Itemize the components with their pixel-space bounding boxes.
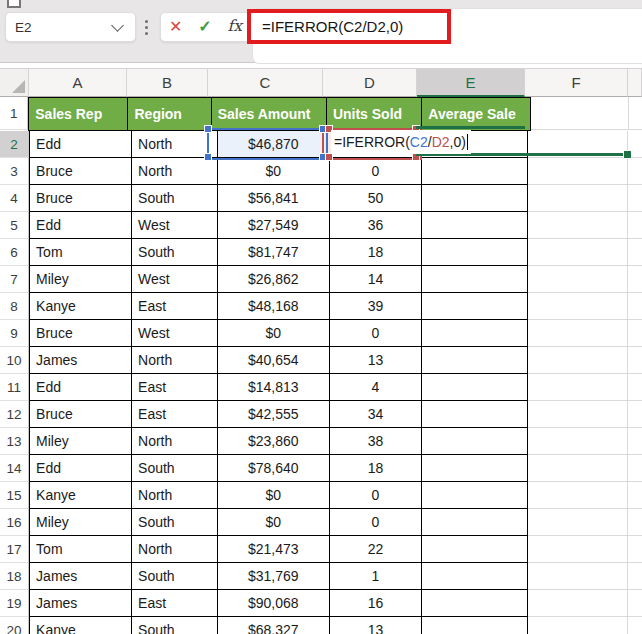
cell-e11[interactable] xyxy=(422,374,528,401)
cell-d19[interactable]: 16 xyxy=(330,590,422,617)
cell-b4[interactable]: South xyxy=(132,185,217,212)
cell-a4[interactable]: Bruce xyxy=(29,185,132,212)
cell-c5[interactable]: $27,549 xyxy=(218,212,330,239)
cancel-icon[interactable]: ✕ xyxy=(169,19,182,35)
cell-a17[interactable]: Tom xyxy=(29,536,132,563)
cell-d4[interactable]: 50 xyxy=(330,185,422,212)
cell-b12[interactable]: East xyxy=(132,401,217,428)
cell-a9[interactable]: Bruce xyxy=(29,320,132,347)
row-header-4[interactable]: 4 xyxy=(0,185,29,212)
cell-d17[interactable]: 22 xyxy=(330,536,422,563)
cell-c13[interactable]: $23,860 xyxy=(218,428,330,455)
name-box[interactable]: E2 xyxy=(5,12,136,42)
header-cell-units-sold[interactable]: Units Sold xyxy=(327,97,422,131)
row-header-6[interactable]: 6 xyxy=(0,239,29,266)
cell-d15[interactable]: 0 xyxy=(330,482,422,509)
cell-d7[interactable]: 14 xyxy=(330,266,422,293)
cell-f15[interactable] xyxy=(528,482,629,509)
cell-f19[interactable] xyxy=(528,590,629,617)
cell-e20[interactable] xyxy=(422,617,528,634)
cell-e10[interactable] xyxy=(422,347,528,374)
cell-c10[interactable]: $40,654 xyxy=(218,347,330,374)
cell-e8[interactable] xyxy=(422,293,528,320)
chevron-down-icon[interactable] xyxy=(111,19,124,32)
cell-a19[interactable]: James xyxy=(29,590,132,617)
row-header-20[interactable]: 20 xyxy=(0,617,29,634)
cell-f3[interactable] xyxy=(528,158,629,185)
cell-a18[interactable]: James xyxy=(29,563,132,590)
cell-e6[interactable] xyxy=(422,239,528,266)
cell-b18[interactable]: South xyxy=(132,563,217,590)
cell-b15[interactable]: North xyxy=(132,482,217,509)
cell-c7[interactable]: $26,862 xyxy=(218,266,330,293)
column-header-d[interactable]: D xyxy=(323,68,417,97)
cell-c11[interactable]: $14,813 xyxy=(218,374,330,401)
header-cell-sales-rep[interactable]: Sales Rep xyxy=(28,97,128,131)
cell-f1[interactable] xyxy=(531,97,629,130)
cell-e14[interactable] xyxy=(422,455,528,482)
cell-a10[interactable]: James xyxy=(29,347,132,374)
cell-e12[interactable] xyxy=(422,401,528,428)
cell-b5[interactable]: West xyxy=(132,212,217,239)
cell-a6[interactable]: Tom xyxy=(29,239,132,266)
cell-e7[interactable] xyxy=(422,266,528,293)
cell-f9[interactable] xyxy=(528,320,629,347)
cell-d16[interactable]: 0 xyxy=(330,509,422,536)
row-header-2[interactable]: 2 xyxy=(0,131,29,158)
row-header-5[interactable]: 5 xyxy=(0,212,29,239)
cell-d2[interactable] xyxy=(330,131,422,158)
cell-c6[interactable]: $81,747 xyxy=(218,239,330,266)
row-header-10[interactable]: 10 xyxy=(0,347,29,374)
cell-d3[interactable]: 0 xyxy=(330,158,422,185)
column-header-a[interactable]: A xyxy=(29,68,127,97)
cell-b20[interactable]: South xyxy=(132,617,217,634)
cell-b9[interactable]: West xyxy=(132,320,217,347)
row-header-8[interactable]: 8 xyxy=(0,293,29,320)
row-header-3[interactable]: 3 xyxy=(0,158,29,185)
row-header-14[interactable]: 14 xyxy=(0,455,29,482)
cell-f4[interactable] xyxy=(528,185,629,212)
cell-e4[interactable] xyxy=(422,185,528,212)
cell-a3[interactable]: Bruce xyxy=(29,158,132,185)
cell-a11[interactable]: Edd xyxy=(29,374,132,401)
cell-f18[interactable] xyxy=(528,563,629,590)
row-header-19[interactable]: 19 xyxy=(0,590,29,617)
cell-d10[interactable]: 13 xyxy=(330,347,422,374)
cell-c4[interactable]: $56,841 xyxy=(218,185,330,212)
cell-a20[interactable]: Kanye xyxy=(29,617,132,634)
header-cell-region[interactable]: Region xyxy=(128,97,211,131)
cell-d14[interactable]: 18 xyxy=(330,455,422,482)
cell-a15[interactable]: Kanye xyxy=(29,482,132,509)
select-all-corner[interactable] xyxy=(0,68,29,97)
cell-d12[interactable]: 34 xyxy=(330,401,422,428)
cell-f2[interactable] xyxy=(528,131,629,158)
row-header-9[interactable]: 9 xyxy=(0,320,29,347)
cell-c9[interactable]: $0 xyxy=(218,320,330,347)
cell-a8[interactable]: Kanye xyxy=(29,293,132,320)
cell-d8[interactable]: 39 xyxy=(330,293,422,320)
cell-d6[interactable]: 18 xyxy=(330,239,422,266)
cell-f6[interactable] xyxy=(528,239,629,266)
cell-e5[interactable] xyxy=(422,212,528,239)
cell-f17[interactable] xyxy=(528,536,629,563)
column-header-e[interactable]: E xyxy=(417,68,525,97)
cell-b10[interactable]: North xyxy=(132,347,217,374)
cell-e16[interactable] xyxy=(422,509,528,536)
column-header-f[interactable]: F xyxy=(525,68,628,97)
cell-c16[interactable]: $0 xyxy=(218,509,330,536)
cell-f13[interactable] xyxy=(528,428,629,455)
cell-b3[interactable]: North xyxy=(132,158,217,185)
cell-d9[interactable]: 0 xyxy=(330,320,422,347)
row-header-1[interactable]: 1 xyxy=(0,97,28,130)
cell-a13[interactable]: Miley xyxy=(29,428,132,455)
column-header-c[interactable]: C xyxy=(208,68,323,97)
cell-a16[interactable]: Miley xyxy=(29,509,132,536)
header-cell-average-sale[interactable]: Average Sale xyxy=(422,97,531,131)
row-header-16[interactable]: 16 xyxy=(0,509,29,536)
row-header-11[interactable]: 11 xyxy=(0,374,29,401)
cell-b19[interactable]: East xyxy=(132,590,217,617)
cell-f11[interactable] xyxy=(528,374,629,401)
insert-function-icon[interactable]: fx xyxy=(228,19,242,35)
cell-c15[interactable]: $0 xyxy=(218,482,330,509)
row-header-7[interactable]: 7 xyxy=(0,266,29,293)
